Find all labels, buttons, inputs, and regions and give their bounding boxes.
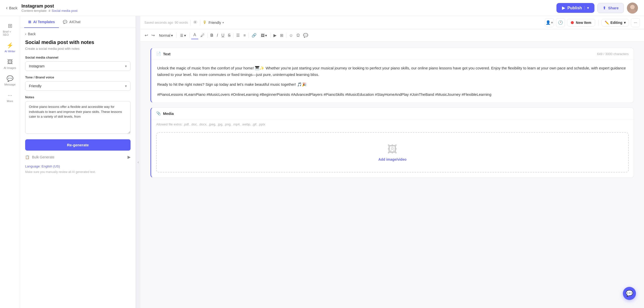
share-button[interactable]: ⬆ Share [597,3,624,13]
channel-label: Social media channel [25,56,131,59]
language-label: Language: [25,164,41,168]
channel-value: Instagram [29,64,45,68]
notes-textarea[interactable]: Online piano lessons offer a flexible an… [25,101,131,134]
comment-icon[interactable]: 💬 [302,32,309,39]
toolbar-sep-1 [190,20,191,25]
sidebar-item-message[interactable]: 💬 Message [1,73,19,89]
new-item-button[interactable]: New Item [567,19,595,26]
template-desc: Create a social media post with notes [25,47,131,51]
new-item-dot [571,21,574,24]
template-title: Social media post with notes [25,39,131,45]
strikethrough-icon[interactable]: S [227,32,232,39]
back-button[interactable]: ‹ Back [6,5,17,11]
collapse-handle[interactable]: ‹ [136,16,140,308]
sidebar-item-more[interactable]: ··· More [1,90,19,105]
align-chevron-icon: ▾ [184,33,186,37]
text-block-label: Text [163,52,171,56]
bold-icon[interactable]: B [209,32,215,39]
fmt-sep-3 [207,33,208,38]
emoji-icon[interactable]: ☺ [288,32,294,39]
underline-icon[interactable]: U [220,32,226,39]
sidebar-label-ai-images: AI Images [4,66,16,69]
language-value[interactable]: English (US) [42,164,60,168]
clock-icon-btn[interactable]: 🕐 [556,18,565,27]
special-char-icon[interactable]: Ω [295,32,301,39]
text-block-header: 📄 Text 649 / 3000 characters [151,48,634,60]
undo-icon[interactable]: ↩ [143,32,149,39]
redo-icon[interactable]: ↪ [150,32,156,39]
sidebar-label-ai-writer: AI Writer [5,50,15,53]
toolbar-right-group: 👤+ 🕐 New Item ✏️ Editing ▾ ··· [545,18,640,27]
more-options-btn[interactable]: ··· [631,18,640,27]
add-user-icon-btn[interactable]: 👤+ [545,18,554,27]
ai-writer-icon: ⚡ [7,42,13,49]
sidebar-item-brief-seo[interactable]: ⊞ Brief + SEO [1,20,19,39]
italic-icon[interactable]: I [216,32,219,39]
word-count: 90 words [175,21,188,24]
insert-chevron-icon: ▾ [265,33,267,37]
regenerate-button[interactable]: Re-generate [25,139,131,151]
visibility-icon[interactable]: 👁 [193,20,197,25]
tab-ai-templates[interactable]: ⊞ AI Templates [24,16,59,28]
insert-icon: 🖼 [261,33,264,37]
publish-button[interactable]: ▶ Publish ▾ [556,3,595,13]
top-nav: ‹ Back Instagram post Content template: … [0,0,644,16]
insert-select[interactable]: 🖼 ▾ [259,32,269,38]
table-icon[interactable]: ⊞ [279,32,285,39]
bulk-generate-row[interactable]: 📋 Bulk Generate ▶ [25,155,131,159]
upload-label: Add image/video [378,157,407,161]
sidebar-label-brief-seo: Brief + SEO [3,30,17,36]
bulk-generate-label: Bulk Generate [32,155,55,159]
left-panel: ⊞ AI Templates 💬 AIChat ‹ Back Social me… [20,16,136,308]
sidebar-item-ai-writer[interactable]: ⚡ AI Writer [1,40,19,55]
tone-tag-label: Friendly [209,21,221,25]
bulk-generate-icon: 📋 [25,155,29,159]
template-link[interactable]: Social media post [52,9,77,13]
content-template-label: Content template: [21,9,47,13]
ordered-list-icon[interactable]: ≡ [242,32,247,39]
editing-label: Editing [611,21,622,25]
bulk-generate-arrow-icon: ▶ [128,155,131,159]
play-icon[interactable]: ▶ [272,32,278,39]
sidebar-item-ai-images[interactable]: 🖼 AI Images [1,56,19,72]
upload-area[interactable]: 🖼 Add image/video [156,132,629,172]
ai-images-icon: 🖼 [7,59,13,65]
chat-bubble-button[interactable]: 💬 [623,287,636,300]
channel-chevron-icon: ▾ [125,64,127,68]
tone-label: Tone / Brand voice [25,75,131,79]
pencil-icon: ✏️ [605,21,609,25]
back-chevron-icon: ‹ [6,5,8,11]
bullet-list-icon[interactable]: ☰ [235,32,241,39]
text-color-icon[interactable]: A [192,31,197,38]
fmt-sep-5 [249,33,249,38]
tab-aichat[interactable]: 💬 AIChat [59,16,85,28]
back-label: Back [9,6,17,10]
microphone-icon[interactable]: 🎙 [203,20,207,25]
text-block-title: 📄 Text [156,52,171,56]
align-icon: ☰ [180,33,183,37]
saved-status: Saved seconds ago [144,21,173,24]
publish-chevron-icon: ▾ [584,6,589,10]
editing-button[interactable]: ✏️ Editing ▾ [601,19,629,26]
channel-select[interactable]: Instagram ▾ [25,61,131,71]
page-title-block: Instagram post Content template: # Socia… [21,4,77,13]
nav-left: ‹ Back Instagram post Content template: … [6,4,77,13]
panel-back-icon: ‹ [25,32,26,36]
collapse-icon: ‹ [138,160,139,164]
chat-bubble-icon: 💬 [626,290,633,297]
tab-bar: ⊞ AI Templates 💬 AIChat [20,16,136,28]
text-style-select[interactable]: Normal ▾ [157,32,175,38]
link-icon[interactable]: 🔗 [250,32,258,39]
text-block-body[interactable]: Unlock the magic of music from the comfo… [151,60,634,103]
align-select[interactable]: ☰ ▾ [178,32,188,38]
panel-back-link[interactable]: ‹ Back [25,32,131,36]
nav-right: ▶ Publish ▾ ⬆ Share [556,3,638,14]
language-row: Language: English (US) [25,164,131,168]
tone-group: Tone / Brand voice Friendly ▾ [25,75,131,91]
user-avatar[interactable] [627,3,638,14]
channel-group: Social media channel Instagram ▾ [25,56,131,71]
highlight-icon[interactable]: 🖊 [199,32,206,39]
tone-tag[interactable]: Friendly ▾ [209,21,224,25]
tone-select[interactable]: Friendly ▾ [25,81,131,91]
tab-aichat-icon: 💬 [63,20,67,24]
